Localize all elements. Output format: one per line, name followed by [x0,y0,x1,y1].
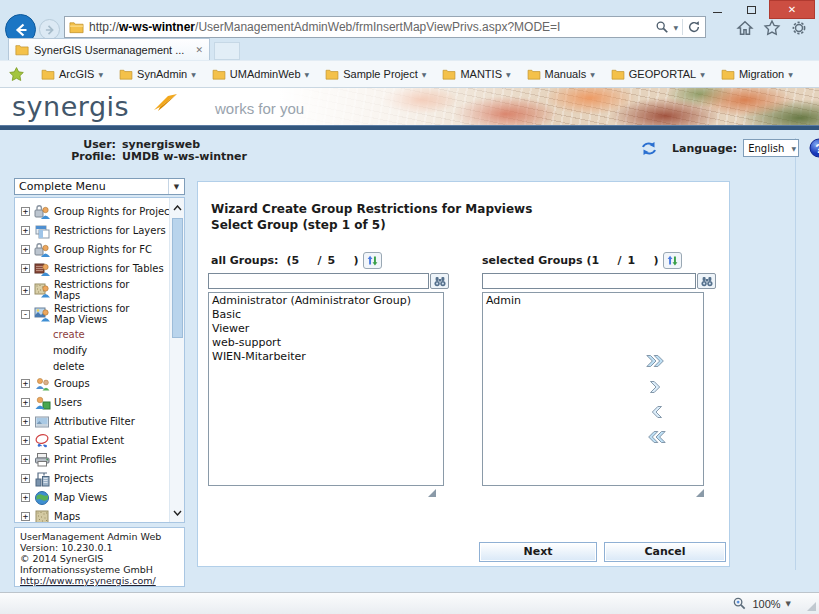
navigation-tree: + Group Rights for Projects + Restric [14,197,185,523]
move-right-button[interactable] [645,376,667,398]
tree-item-map-views[interactable]: + Map Views [15,488,171,507]
home-icon[interactable] [736,19,754,37]
tree-item-projects[interactable]: + Projects [15,469,171,488]
tree-item-groups[interactable]: + Groups [15,374,171,393]
next-button[interactable]: Next [479,542,597,562]
selected-groups-listbox[interactable]: Admin [482,292,704,486]
all-groups-filter-input[interactable] [208,273,429,289]
favorite-item-manuals[interactable]: Manuals ▼ [527,68,595,80]
svg-text:?: ? [815,142,819,156]
move-all-right-button[interactable] [645,350,667,372]
zoom-control[interactable]: 100% ▼ [732,596,791,611]
tree-item-restrictions-tables[interactable]: + Restrictions for Tables [15,259,171,278]
list-item[interactable]: Basic [212,308,440,322]
synergis-website-link[interactable]: http://www.mysynergis.com/ [20,575,179,586]
users-icon [34,395,51,411]
tree-item-restrictions-mapviews[interactable]: - Restrictions forMap Views [15,302,171,326]
tree-item-group-rights-fc[interactable]: + Group Rights for FC [15,240,171,259]
favorite-item-arcgis[interactable]: ArcGIS ▼ [41,68,103,80]
favorite-item-geoportal[interactable]: GEOPORTAL ▼ [611,68,705,80]
tree-subitem-create[interactable]: create [15,326,171,342]
tree-item-restrictions-maps[interactable]: + Restrictions forMaps [15,278,171,302]
tree-subitem-modify[interactable]: modify [15,342,171,358]
help-icon[interactable]: ? [809,138,819,158]
tree-item-print-profiles[interactable]: + Print Profiles [15,450,171,469]
expand-icon[interactable]: + [21,398,30,407]
favorites-star-icon[interactable] [763,19,781,37]
search-dropdown-caret[interactable]: ▼ [673,24,678,31]
scroll-down-icon[interactable] [170,505,185,520]
forward-button[interactable] [39,19,60,40]
reload-language-icon[interactable] [640,140,658,157]
page-right-edge [795,138,796,570]
list-item[interactable]: Admin [486,294,700,308]
tree-item-attributive-filter[interactable]: + Attributive Filter [15,412,171,431]
favorite-item-mantis[interactable]: MANTIS ▼ [442,68,510,80]
tree-item-spatial-extent[interactable]: + Spatial Extent [15,431,171,450]
binoculars-icon [700,276,714,287]
expand-icon[interactable]: + [21,226,30,235]
favorite-item-umadminweb[interactable]: UMAdminWeb ▼ [212,68,309,80]
tree-item-group-rights-projects[interactable]: + Group Rights for Projects [15,202,171,221]
expand-icon[interactable]: + [21,493,30,502]
tree-subitem-delete[interactable]: delete [15,358,171,374]
tree-item-maps[interactable]: + Maps [15,507,171,523]
menu-filter-select[interactable]: Complete Menu ▼ [14,178,185,195]
language-select[interactable]: English ▼ [743,139,799,157]
sort-all-groups-button[interactable] [363,252,382,269]
search-selected-groups-button[interactable] [697,273,716,289]
expand-icon[interactable]: + [21,512,30,521]
expand-icon[interactable]: + [21,286,30,295]
refresh-icon[interactable] [687,20,701,34]
move-left-button[interactable] [645,401,667,423]
expand-icon[interactable]: + [21,417,30,426]
tab-close-icon[interactable]: ✕ [195,45,203,55]
browser-status-bar: 100% ▼ [0,592,819,614]
selected-groups-resize-grip[interactable] [696,489,704,497]
expand-icon[interactable]: + [21,455,30,464]
expand-icon[interactable]: + [21,474,30,483]
tree-scrollbar[interactable] [169,198,184,522]
selected-groups-count: 1 [591,254,617,267]
expand-icon[interactable]: + [21,207,30,216]
new-tab-button[interactable] [214,42,240,60]
expand-icon[interactable]: + [21,264,30,273]
favorite-item-sample-project[interactable]: Sample Project ▼ [325,68,426,80]
favorite-item-migration[interactable]: Migration ▼ [721,68,793,80]
list-item[interactable]: Administrator (Administrator Group) [212,294,440,308]
scrollbar-thumb[interactable] [172,218,183,338]
cancel-button[interactable]: Cancel [604,542,726,562]
window-maximize-button[interactable] [735,0,767,19]
favorite-item-synadmin[interactable]: SynAdmin ▼ [119,68,196,80]
browser-tab[interactable]: SynerGIS Usermanagement ... ✕ [8,38,210,60]
collapse-icon[interactable]: - [21,310,30,319]
folder-icon [721,69,735,80]
window-resize-grip[interactable] [807,602,816,611]
address-bar[interactable]: http://w-ws-wintner/UserManagementAdminW… [64,16,706,38]
window-close-button[interactable]: ✕ [769,0,815,19]
expand-icon[interactable]: + [21,245,30,254]
list-item[interactable]: WIEN-Mitarbeiter [212,350,440,364]
url-text: http://w-ws-wintner/UserManagementAdminW… [89,20,655,34]
expand-icon[interactable]: + [21,379,30,388]
scroll-up-icon[interactable] [170,200,185,215]
settings-gear-icon[interactable] [790,19,808,37]
search-icon[interactable] [655,20,669,34]
tab-title: SynerGIS Usermanagement ... [34,44,191,56]
move-all-left-button[interactable] [645,426,667,448]
add-favorite-star-icon[interactable] [8,66,25,83]
sort-selected-groups-button[interactable] [663,252,682,269]
restrictions-mapviews-icon [34,306,51,322]
all-groups-listbox[interactable]: Administrator (Administrator Group) Basi… [208,292,444,486]
list-item[interactable]: web-support [212,336,440,350]
group-rights-projects-icon [34,204,51,220]
zoom-dropdown-caret[interactable]: ▼ [786,600,791,608]
search-all-groups-button[interactable] [430,273,449,289]
selected-groups-filter-input[interactable] [482,273,696,289]
tree-item-restrictions-layers[interactable]: + Restrictions for Layers [15,221,171,240]
tree-item-users[interactable]: + Users [15,393,171,412]
all-groups-resize-grip[interactable] [428,489,436,497]
expand-icon[interactable]: + [21,436,30,445]
list-item[interactable]: Viewer [212,322,440,336]
all-groups-total: 5 [328,254,354,267]
